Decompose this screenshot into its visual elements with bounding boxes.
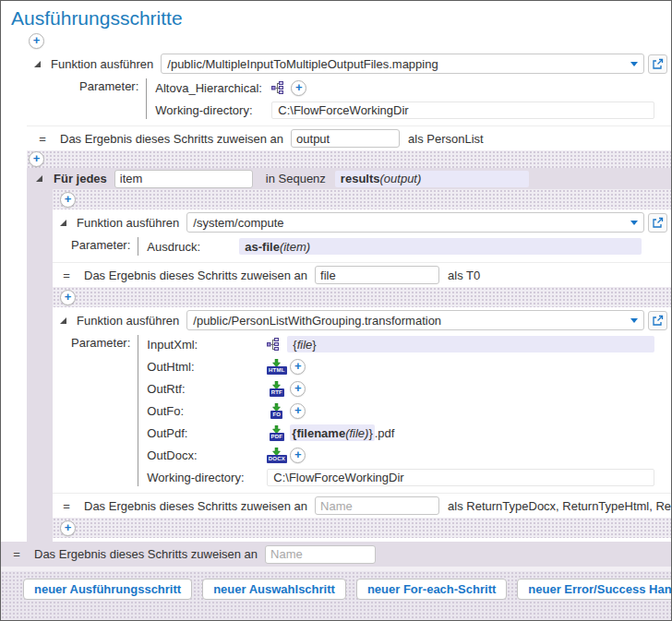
param-row-outhtml: OutHtml: HTML + (147, 355, 671, 377)
format-badge: PDF (270, 433, 285, 441)
expr-arg: (output) (380, 172, 422, 185)
parameter-divider (138, 237, 138, 256)
param-row-outpdf: OutPdf: PDF {filename(file)} (147, 422, 671, 444)
external-link-icon (652, 58, 664, 70)
expr-var: file (297, 338, 313, 352)
add-step-button[interactable]: + (29, 151, 44, 167)
page-title: Ausführungsschritte (1, 1, 671, 32)
open-function-button[interactable] (648, 54, 667, 74)
rtf-output-icon: RTF (267, 381, 286, 397)
insert-step-strip: + (53, 189, 671, 209)
hierarchical-source-icon (271, 81, 284, 94)
function-select-value: /public/MultipleInputToMultipleOutputFil… (167, 57, 625, 71)
add-step-button[interactable]: + (29, 33, 44, 49)
foreach-in-label: in Sequenz (266, 172, 326, 185)
param-name: OutRtf: (147, 382, 267, 396)
collapse-triangle-icon[interactable] (36, 175, 42, 182)
inputxml-value-field[interactable]: {file} (287, 336, 654, 352)
param-row-inputxml: InputXml: {file} (147, 333, 671, 355)
param-name: OutHtml: (147, 360, 267, 374)
param-name: OutFo: (147, 404, 267, 418)
expr-function: filename (296, 426, 345, 440)
assign-type-label: als ReturnTypeDocx, ReturnTypeHtml, Retu… (448, 499, 671, 513)
step-execute-compute: Funktion ausführen /system/compute (53, 209, 671, 263)
add-step-button[interactable]: + (60, 290, 76, 305)
foreach-var-input[interactable] (114, 170, 253, 188)
collapse-triangle-icon[interactable] (60, 317, 66, 324)
add-step-button[interactable]: + (60, 520, 76, 536)
collapse-triangle-icon[interactable] (34, 61, 41, 67)
parameter-divider (138, 335, 138, 486)
parameter-divider (146, 78, 147, 119)
function-row: Funktion ausführen /public/MultipleInput… (27, 51, 671, 77)
foreach-sequence-field[interactable]: results(output) (335, 171, 529, 187)
add-step-button[interactable]: + (60, 192, 76, 208)
expression-field[interactable]: as-file(item) (239, 238, 642, 255)
chevron-down-icon[interactable] (630, 62, 638, 66)
function-select[interactable]: /public/MultipleInputToMultipleOutputFil… (161, 54, 644, 74)
add-parameter-button[interactable]: + (290, 359, 306, 375)
flowforce-job-steps-window: Ausführungsschritte + Funktion ausführen… (0, 0, 672, 621)
assign-name-input[interactable] (315, 266, 439, 284)
brace-close: } (368, 426, 372, 440)
add-parameter-button[interactable]: + (291, 80, 306, 96)
param-row-workdir: Working-directory: C:\FlowForceWorkingDi… (155, 99, 671, 121)
open-function-button[interactable] (648, 311, 667, 330)
workdir-value-field[interactable]: C:\FlowForceWorkingDir (271, 102, 654, 119)
assign-equals: = (10, 547, 23, 561)
param-name: Working-directory: (155, 103, 271, 117)
assign-result-row: = Das Ergebnis dieses Schritts zuweisen … (53, 494, 671, 518)
assign-equals: = (60, 269, 73, 282)
chevron-down-icon[interactable] (630, 318, 638, 323)
parameter-label: Parameter: (71, 333, 130, 488)
external-link-icon (652, 217, 664, 229)
param-name: InputXml: (147, 338, 267, 352)
function-select[interactable]: /public/PersonListWithGrouping.transform… (186, 310, 644, 330)
fo-output-icon: FO (267, 403, 286, 419)
foreach-label: Für jedes (54, 172, 107, 185)
assign-type-label: als T0 (448, 269, 480, 282)
format-badge: DOCX (267, 455, 287, 463)
xml-hierarchical-icon (267, 338, 280, 351)
assign-name-input[interactable] (291, 129, 400, 148)
assign-name-input[interactable] (265, 545, 376, 564)
param-row-outfo: OutFo: FO + (147, 400, 671, 422)
param-name: Ausdruck: (147, 240, 239, 254)
docx-output-icon: DOCX (267, 448, 286, 463)
new-foreach-step-button[interactable]: neuer For-each-Schritt (356, 579, 507, 600)
new-execution-step-button[interactable]: neuer Ausführungsschritt (23, 579, 192, 600)
open-function-button[interactable] (648, 213, 667, 233)
function-select-value: /system/compute (193, 216, 625, 230)
html-output-icon: HTML (267, 359, 286, 375)
expr-function: as-file (245, 240, 280, 254)
parameter-label: Parameter: (71, 235, 130, 257)
assign-result-row: = Das Ergebnis dieses Schritts zuweisen … (27, 126, 671, 150)
new-error-success-handler-button[interactable]: neuer Error/Success Handler-Schritt (517, 579, 672, 600)
execute-function-label: Funktion ausführen (51, 57, 153, 71)
add-parameter-button[interactable]: + (290, 448, 306, 463)
assign-result-row: = Das Ergebnis dieses Schritts zuweisen … (53, 263, 671, 287)
function-row: Funktion ausführen /system/compute (53, 209, 671, 235)
collapse-triangle-icon[interactable] (60, 220, 66, 226)
steps-container: Funktion ausführen /public/MultipleInput… (27, 51, 671, 542)
execute-function-label: Funktion ausführen (77, 314, 179, 328)
outpdf-value-field[interactable]: {filename(file)} .pdf (290, 424, 394, 441)
brace-close: } (312, 338, 316, 352)
function-select[interactable]: /system/compute (186, 212, 644, 233)
parameter-area: Parameter: Altova_Hierarchical: (27, 77, 671, 125)
add-parameter-button[interactable]: + (290, 381, 306, 397)
execute-function-label: Funktion ausführen (77, 216, 179, 230)
assign-label: Das Ergebnis dieses Schritts zuweisen an (60, 132, 283, 146)
external-link-icon (652, 315, 664, 327)
add-parameter-button[interactable]: + (290, 403, 306, 419)
new-choose-step-button[interactable]: neuer Auswahlschritt (202, 579, 346, 600)
assign-label: Das Ergebnis dieses Schritts zuweisen an (84, 499, 307, 513)
param-row-hierarchical: Altova_Hierarchical: + (155, 77, 671, 99)
assign-equals: = (60, 499, 73, 513)
filename-suffix: .pdf (375, 426, 395, 440)
assign-type-label: als PersonList (408, 132, 484, 146)
chevron-down-icon[interactable] (630, 221, 638, 225)
assign-name-input[interactable] (315, 496, 439, 515)
workdir-value-field[interactable]: C:\FlowForceWorkingDir (267, 469, 654, 486)
param-row-outrtf: OutRtf: RTF + (147, 377, 671, 400)
